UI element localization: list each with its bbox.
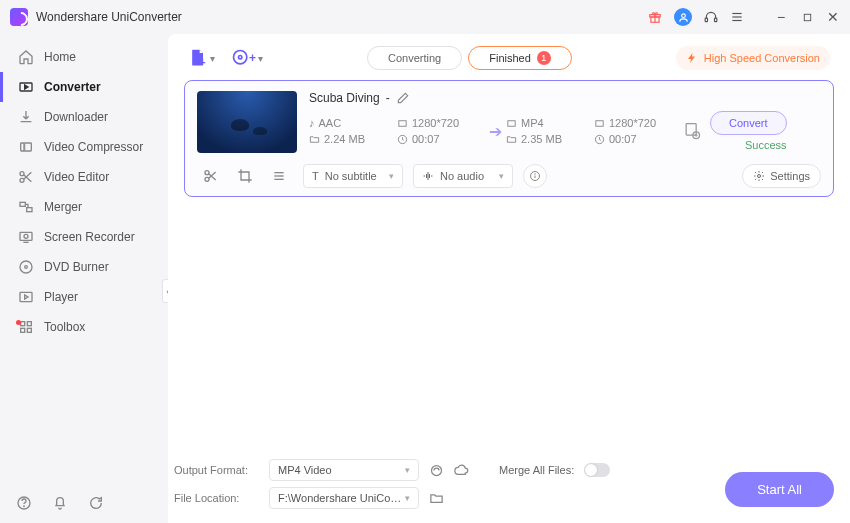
minimize-button[interactable]: − (774, 10, 788, 24)
high-speed-label: High Speed Conversion (704, 52, 820, 64)
svg-marker-11 (25, 85, 28, 89)
gift-icon[interactable] (648, 10, 662, 24)
sidebar-item-label: Video Editor (44, 170, 109, 184)
file-location-select[interactable]: F:\Wondershare UniConverter▾ (269, 487, 419, 509)
hamburger-icon[interactable] (730, 10, 744, 24)
audio-value: No audio (440, 170, 484, 182)
svg-marker-25 (25, 295, 28, 299)
feedback-icon[interactable] (88, 495, 104, 511)
svg-rect-38 (596, 120, 603, 126)
merge-label: Merge All Files: (499, 464, 574, 476)
svg-rect-35 (399, 120, 406, 126)
sidebar-item-editor[interactable]: Video Editor (0, 162, 168, 192)
add-disc-icon[interactable]: +▾ (231, 48, 263, 68)
audio-dropdown[interactable]: No audio▾ (413, 164, 513, 188)
file-card: Scuba Diving - ♪AAC 1280*720 2.24 MB (184, 80, 834, 197)
lightning-icon (686, 52, 698, 64)
settings-label: Settings (770, 170, 810, 182)
svg-rect-26 (21, 322, 25, 326)
file-title: Scuba Diving (309, 91, 380, 105)
trim-icon[interactable] (203, 168, 219, 184)
svg-rect-24 (20, 292, 32, 301)
output-format-select[interactable]: MP4 Video▾ (269, 459, 419, 481)
sidebar-item-toolbox[interactable]: Toolbox (0, 312, 168, 342)
open-folder-icon[interactable] (429, 491, 444, 506)
folder-icon (506, 134, 517, 145)
sidebar-item-label: Player (44, 290, 78, 304)
source-size: 2.24 MB (324, 133, 365, 145)
svg-point-34 (239, 56, 242, 59)
svg-point-23 (25, 266, 28, 269)
app-logo-icon (10, 8, 28, 26)
target-duration: 00:07 (609, 133, 637, 145)
gpu-icon[interactable] (429, 463, 444, 478)
start-all-button[interactable]: Start All (725, 472, 834, 507)
help-icon[interactable] (16, 495, 32, 511)
titlebar: Wondershare UniConverter − ✕ (0, 0, 850, 34)
target-codec: MP4 (521, 117, 544, 129)
sidebar-item-downloader[interactable]: Downloader (0, 102, 168, 132)
cloud-icon[interactable] (454, 463, 469, 478)
sidebar-item-label: DVD Burner (44, 260, 109, 274)
support-icon[interactable] (704, 10, 718, 24)
tab-converting[interactable]: Converting (367, 46, 462, 70)
download-icon (18, 109, 34, 125)
merge-toggle[interactable] (584, 463, 610, 477)
sidebar-item-label: Downloader (44, 110, 108, 124)
sidebar-item-label: Converter (44, 80, 101, 94)
dvd-icon (18, 259, 34, 275)
scissors-icon (18, 169, 34, 185)
maximize-button[interactable] (800, 10, 814, 24)
sidebar-item-home[interactable]: Home (0, 42, 168, 72)
app-title: Wondershare UniConverter (36, 10, 182, 24)
subtitle-dropdown[interactable]: TNo subtitle▾ (303, 164, 403, 188)
titlebar-right: − ✕ (648, 8, 840, 26)
sidebar-item-merger[interactable]: Merger (0, 192, 168, 222)
gear-icon (753, 170, 765, 182)
svg-rect-9 (804, 14, 810, 20)
sidebar-item-player[interactable]: Player (0, 282, 168, 312)
add-file-icon[interactable]: +▾ (188, 48, 215, 68)
bell-icon[interactable] (52, 495, 68, 511)
sidebar: Home Converter Downloader Video Compress… (0, 34, 168, 523)
user-icon[interactable] (674, 8, 692, 26)
source-codec: AAC (319, 117, 342, 129)
convert-button[interactable]: Convert (710, 111, 787, 135)
svg-rect-18 (27, 208, 32, 212)
svg-rect-40 (686, 124, 696, 136)
svg-rect-17 (20, 202, 25, 206)
thumbnail[interactable] (197, 91, 297, 153)
sidebar-item-recorder[interactable]: Screen Recorder (0, 222, 168, 252)
home-icon (18, 49, 34, 65)
svg-text:+: + (200, 57, 206, 68)
converter-icon (18, 79, 34, 95)
settings-button[interactable]: Settings (742, 164, 821, 188)
clock-icon (397, 134, 408, 145)
high-speed-conversion[interactable]: High Speed Conversion (676, 46, 830, 70)
info-button[interactable] (523, 164, 547, 188)
more-icon[interactable] (271, 168, 287, 184)
crop-icon[interactable] (237, 168, 253, 184)
record-icon (18, 229, 34, 245)
output-settings-icon[interactable] (682, 121, 702, 141)
clock-icon (594, 134, 605, 145)
edit-icon[interactable] (396, 91, 410, 105)
tab-finished[interactable]: Finished1 (468, 46, 572, 70)
svg-rect-12 (21, 143, 32, 151)
main-panel: +▾ +▾ Converting Finished1 High Speed Co… (168, 34, 850, 523)
sidebar-item-dvd[interactable]: DVD Burner (0, 252, 168, 282)
sidebar-item-converter[interactable]: Converter (0, 72, 168, 102)
merge-icon (18, 199, 34, 215)
audio-icon (422, 170, 434, 182)
close-button[interactable]: ✕ (826, 10, 840, 24)
tab-badge: 1 (537, 51, 551, 65)
source-res: 1280*720 (412, 117, 459, 129)
sidebar-item-label: Video Compressor (44, 140, 143, 154)
sidebar-item-compressor[interactable]: Video Compressor (0, 132, 168, 162)
sidebar-item-label: Merger (44, 200, 82, 214)
tab-label: Converting (388, 52, 441, 64)
tab-label: Finished (489, 52, 531, 64)
file-title-row: Scuba Diving - (309, 91, 821, 105)
svg-rect-19 (20, 232, 32, 240)
source-duration: 00:07 (412, 133, 440, 145)
